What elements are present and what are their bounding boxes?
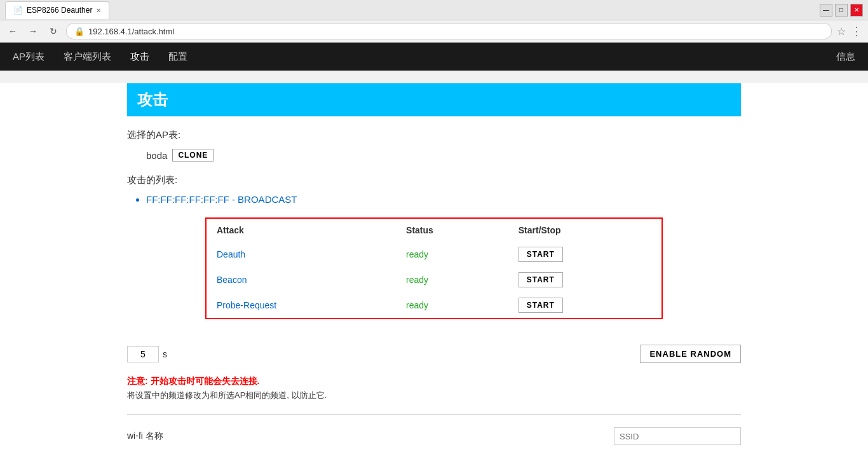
table-body: Deauth ready START Beacon ready START Pr… [207,242,661,318]
attack-table: Attack Status Start/Stop Deauth ready ST… [207,219,661,318]
attack-list-label: 攻击的列表: [127,174,741,186]
address-bar-row: ← → ↻ 🔒 192.168.4.1/attack.html ☆ ⋮ [0,20,868,43]
tab-close-icon[interactable]: ✕ [96,7,101,14]
attack-list-item[interactable]: FF:FF:FF:FF:FF:FF - BROADCAST [146,194,741,205]
minimize-button[interactable]: — [820,4,832,17]
table-container: Attack Status Start/Stop Deauth ready ST… [127,217,741,332]
col-status: Status [396,219,508,242]
forward-button[interactable]: → [25,24,41,39]
nav-client-list[interactable]: 客户端列表 [64,51,111,63]
warning-sub-text: 将设置中的频道修改为和所选AP相同的频道, 以防止它. [127,390,741,401]
attack-probe[interactable]: Probe-Request [207,292,396,318]
clone-button[interactable]: CLONE [172,149,214,162]
attack-beacon[interactable]: Beacon [207,267,396,292]
wifi-label: wi-fi 名称 [127,430,163,442]
status-beacon: ready [396,267,508,292]
menu-icon[interactable]: ⋮ [851,24,863,38]
address-input[interactable]: 🔒 192.168.4.1/attack.html [66,23,832,39]
browser-tab[interactable]: 📄 ESP8266 Deauther ✕ [5,1,109,19]
ap-name: boda [146,150,167,161]
window-controls: — □ ✕ [820,4,863,17]
random-interval-input[interactable] [127,346,159,362]
status-deauth: ready [396,242,508,267]
nav-attack[interactable]: 攻击 [130,51,149,63]
start-probe-button[interactable]: START [519,298,563,313]
nav-info[interactable]: 信息 [836,51,855,63]
table-row: Probe-Request ready START [207,292,661,318]
status-probe: ready [396,292,508,318]
start-beacon-button[interactable]: START [519,272,563,287]
table-row: Beacon ready START [207,267,661,292]
maximize-button[interactable]: □ [835,4,848,17]
tab-favicon: 📄 [13,6,23,15]
page-content: 攻击 选择的AP表: boda CLONE 攻击的列表: FF:FF:FF:FF… [0,83,868,445]
random-row: s ENABLE RANDOM [127,345,741,363]
wifi-row: wi-fi 名称 [127,427,741,445]
enable-random-button[interactable]: ENABLE RANDOM [640,345,741,363]
tab-area: 📄 ESP8266 Deauther ✕ [5,1,109,19]
ap-item: boda CLONE [146,149,741,162]
ap-section-label: 选择的AP表: [127,129,741,141]
close-button[interactable]: ✕ [850,4,863,17]
table-row: Deauth ready START [207,242,661,267]
random-left: s [127,346,167,362]
back-button[interactable]: ← [5,24,20,39]
ap-list: boda CLONE [127,149,741,162]
warning-section: 注意: 开始攻击时可能会失去连接. 将设置中的频道修改为和所选AP相同的频道, … [127,376,741,401]
col-attack: Attack [207,219,396,242]
random-unit: s [163,349,167,359]
browser-window: 📄 ESP8266 Deauther ✕ — □ ✕ ← → ↻ 🔒 192.1… [0,0,868,445]
url-text: 192.168.4.1/attack.html [88,27,174,36]
refresh-button[interactable]: ↻ [46,24,61,39]
navbar: AP列表 客户端列表 攻击 配置 信息 [0,43,868,71]
tab-title: ESP8266 Deauther [27,6,92,15]
table-header: Attack Status Start/Stop [207,219,661,242]
nav-ap-list[interactable]: AP列表 [13,51,44,63]
title-bar: 📄 ESP8266 Deauther ✕ — □ ✕ [0,0,868,20]
col-startstop: Start/Stop [508,219,661,242]
attack-deauth[interactable]: Deauth [207,242,396,267]
warning-strong-text: 注意: 开始攻击时可能会失去连接. [127,376,741,387]
wifi-ssid-input[interactable] [614,427,741,445]
attack-table-wrapper: Attack Status Start/Stop Deauth ready ST… [205,217,663,319]
bookmark-icon[interactable]: ☆ [837,25,846,38]
attack-list: FF:FF:FF:FF:FF:FF - BROADCAST [127,194,741,205]
divider [127,414,741,415]
page-title: 攻击 [127,83,741,116]
nav-config[interactable]: 配置 [168,51,187,63]
start-deauth-button[interactable]: START [519,247,563,262]
